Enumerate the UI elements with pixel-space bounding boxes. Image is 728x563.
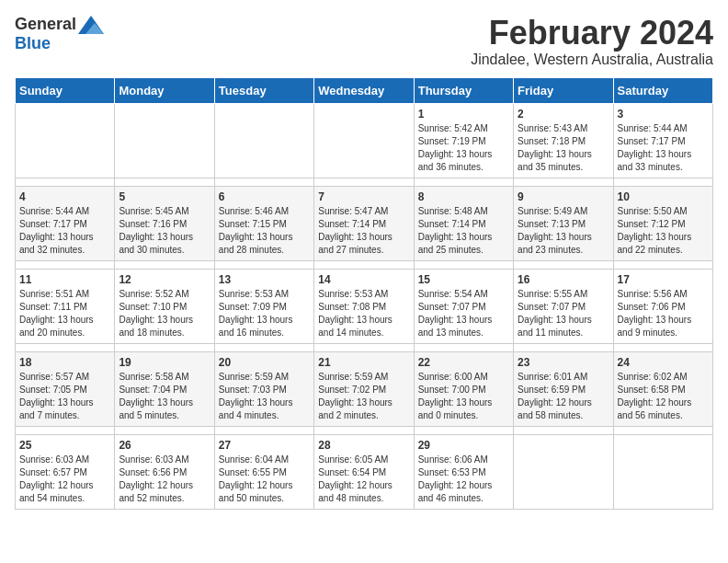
day-info: Sunrise: 6:02 AM Sunset: 6:58 PM Dayligh… <box>618 371 709 422</box>
calendar-week-3: 11Sunrise: 5:51 AM Sunset: 7:11 PM Dayli… <box>16 269 713 343</box>
day-number: 19 <box>119 356 210 369</box>
logo-general-text: General <box>15 15 76 34</box>
day-info: Sunrise: 5:55 AM Sunset: 7:07 PM Dayligh… <box>518 288 609 339</box>
title-section: February 2024 Jindalee, Western Australi… <box>471 15 713 68</box>
day-number: 12 <box>119 273 210 286</box>
calendar-cell: 4Sunrise: 5:44 AM Sunset: 7:17 PM Daylig… <box>16 186 115 260</box>
calendar-cell: 9Sunrise: 5:49 AM Sunset: 7:13 PM Daylig… <box>514 186 613 260</box>
calendar-cell: 15Sunrise: 5:54 AM Sunset: 7:07 PM Dayli… <box>414 269 513 343</box>
day-info: Sunrise: 6:01 AM Sunset: 6:59 PM Dayligh… <box>518 371 609 422</box>
day-number: 7 <box>318 190 409 203</box>
calendar-cell: 23Sunrise: 6:01 AM Sunset: 6:59 PM Dayli… <box>514 351 613 426</box>
day-info: Sunrise: 6:03 AM Sunset: 6:57 PM Dayligh… <box>19 454 110 505</box>
day-number: 9 <box>518 190 609 203</box>
day-info: Sunrise: 6:03 AM Sunset: 6:56 PM Dayligh… <box>119 454 210 505</box>
calendar-cell: 25Sunrise: 6:03 AM Sunset: 6:57 PM Dayli… <box>16 434 115 509</box>
day-number: 26 <box>119 439 210 452</box>
day-number: 2 <box>518 108 609 121</box>
day-number: 27 <box>219 439 310 452</box>
calendar-cell: 18Sunrise: 5:57 AM Sunset: 7:05 PM Dayli… <box>16 351 115 426</box>
day-number: 11 <box>19 273 110 286</box>
page-header: General Blue February 2024 Jindalee, Wes… <box>15 15 713 68</box>
day-info: Sunrise: 5:52 AM Sunset: 7:10 PM Dayligh… <box>119 288 210 339</box>
day-number: 17 <box>618 273 709 286</box>
calendar-cell: 19Sunrise: 5:58 AM Sunset: 7:04 PM Dayli… <box>115 351 214 426</box>
calendar-cell: 10Sunrise: 5:50 AM Sunset: 7:12 PM Dayli… <box>613 186 712 260</box>
day-number: 8 <box>418 190 509 203</box>
calendar-cell <box>214 103 313 178</box>
calendar-cell: 1Sunrise: 5:42 AM Sunset: 7:19 PM Daylig… <box>414 103 513 178</box>
calendar-cell: 6Sunrise: 5:46 AM Sunset: 7:15 PM Daylig… <box>214 186 313 260</box>
week-separator <box>16 426 713 434</box>
calendar-cell: 7Sunrise: 5:47 AM Sunset: 7:14 PM Daylig… <box>314 186 414 260</box>
day-info: Sunrise: 5:53 AM Sunset: 7:08 PM Dayligh… <box>318 288 409 339</box>
logo: General Blue <box>15 15 104 53</box>
day-number: 23 <box>518 356 609 369</box>
calendar-table: SundayMondayTuesdayWednesdayThursdayFrid… <box>15 77 713 510</box>
logo-icon <box>78 16 104 34</box>
day-number: 21 <box>318 356 409 369</box>
calendar-cell: 26Sunrise: 6:03 AM Sunset: 6:56 PM Dayli… <box>115 434 214 509</box>
day-info: Sunrise: 5:51 AM Sunset: 7:11 PM Dayligh… <box>19 288 110 339</box>
day-info: Sunrise: 6:06 AM Sunset: 6:53 PM Dayligh… <box>418 454 509 505</box>
location-subtitle: Jindalee, Western Australia, Australia <box>471 52 713 68</box>
calendar-cell: 22Sunrise: 6:00 AM Sunset: 7:00 PM Dayli… <box>414 351 513 426</box>
day-info: Sunrise: 5:53 AM Sunset: 7:09 PM Dayligh… <box>219 288 310 339</box>
day-info: Sunrise: 5:42 AM Sunset: 7:19 PM Dayligh… <box>418 122 509 174</box>
day-number: 4 <box>19 190 110 203</box>
week-separator <box>16 260 713 269</box>
day-info: Sunrise: 5:44 AM Sunset: 7:17 PM Dayligh… <box>618 122 709 174</box>
header-wednesday: Wednesday <box>314 77 414 103</box>
day-number: 3 <box>618 108 709 121</box>
calendar-cell <box>115 103 214 178</box>
logo-blue-text: Blue <box>15 34 51 53</box>
day-info: Sunrise: 5:45 AM Sunset: 7:16 PM Dayligh… <box>119 205 210 257</box>
day-info: Sunrise: 6:00 AM Sunset: 7:00 PM Dayligh… <box>418 371 509 422</box>
day-number: 24 <box>618 356 709 369</box>
day-number: 25 <box>19 439 110 452</box>
week-separator <box>16 343 713 351</box>
day-number: 14 <box>318 273 409 286</box>
day-info: Sunrise: 5:56 AM Sunset: 7:06 PM Dayligh… <box>618 288 709 339</box>
calendar-cell: 12Sunrise: 5:52 AM Sunset: 7:10 PM Dayli… <box>115 269 214 343</box>
calendar-week-4: 18Sunrise: 5:57 AM Sunset: 7:05 PM Dayli… <box>16 351 713 426</box>
month-year-title: February 2024 <box>471 15 713 52</box>
day-number: 18 <box>19 356 110 369</box>
calendar-cell: 17Sunrise: 5:56 AM Sunset: 7:06 PM Dayli… <box>613 269 712 343</box>
day-number: 1 <box>418 108 509 121</box>
day-info: Sunrise: 5:43 AM Sunset: 7:18 PM Dayligh… <box>518 122 609 174</box>
day-info: Sunrise: 5:59 AM Sunset: 7:02 PM Dayligh… <box>318 371 409 422</box>
calendar-cell: 27Sunrise: 6:04 AM Sunset: 6:55 PM Dayli… <box>214 434 313 509</box>
day-info: Sunrise: 6:04 AM Sunset: 6:55 PM Dayligh… <box>219 454 310 505</box>
calendar-cell: 28Sunrise: 6:05 AM Sunset: 6:54 PM Dayli… <box>314 434 414 509</box>
header-thursday: Thursday <box>414 77 513 103</box>
calendar-cell <box>314 103 414 178</box>
calendar-cell: 14Sunrise: 5:53 AM Sunset: 7:08 PM Dayli… <box>314 269 414 343</box>
day-number: 15 <box>418 273 509 286</box>
calendar-cell <box>613 434 712 509</box>
calendar-cell: 13Sunrise: 5:53 AM Sunset: 7:09 PM Dayli… <box>214 269 313 343</box>
header-tuesday: Tuesday <box>214 77 313 103</box>
day-number: 10 <box>618 190 709 203</box>
calendar-cell: 2Sunrise: 5:43 AM Sunset: 7:18 PM Daylig… <box>514 103 613 178</box>
calendar-header-row: SundayMondayTuesdayWednesdayThursdayFrid… <box>16 77 713 103</box>
calendar-cell: 21Sunrise: 5:59 AM Sunset: 7:02 PM Dayli… <box>314 351 414 426</box>
calendar-cell: 16Sunrise: 5:55 AM Sunset: 7:07 PM Dayli… <box>514 269 613 343</box>
calendar-cell: 5Sunrise: 5:45 AM Sunset: 7:16 PM Daylig… <box>115 186 214 260</box>
day-info: Sunrise: 5:59 AM Sunset: 7:03 PM Dayligh… <box>219 371 310 422</box>
day-number: 22 <box>418 356 509 369</box>
day-info: Sunrise: 5:46 AM Sunset: 7:15 PM Dayligh… <box>219 205 310 257</box>
calendar-cell: 20Sunrise: 5:59 AM Sunset: 7:03 PM Dayli… <box>214 351 313 426</box>
calendar-week-5: 25Sunrise: 6:03 AM Sunset: 6:57 PM Dayli… <box>16 434 713 509</box>
day-info: Sunrise: 5:58 AM Sunset: 7:04 PM Dayligh… <box>119 371 210 422</box>
day-info: Sunrise: 6:05 AM Sunset: 6:54 PM Dayligh… <box>318 454 409 505</box>
calendar-cell: 3Sunrise: 5:44 AM Sunset: 7:17 PM Daylig… <box>613 103 712 178</box>
header-friday: Friday <box>514 77 613 103</box>
calendar-cell: 29Sunrise: 6:06 AM Sunset: 6:53 PM Dayli… <box>414 434 513 509</box>
week-separator <box>16 178 713 186</box>
day-number: 28 <box>318 439 409 452</box>
day-info: Sunrise: 5:57 AM Sunset: 7:05 PM Dayligh… <box>19 371 110 422</box>
calendar-cell: 8Sunrise: 5:48 AM Sunset: 7:14 PM Daylig… <box>414 186 513 260</box>
header-sunday: Sunday <box>16 77 115 103</box>
calendar-cell: 24Sunrise: 6:02 AM Sunset: 6:58 PM Dayli… <box>613 351 712 426</box>
